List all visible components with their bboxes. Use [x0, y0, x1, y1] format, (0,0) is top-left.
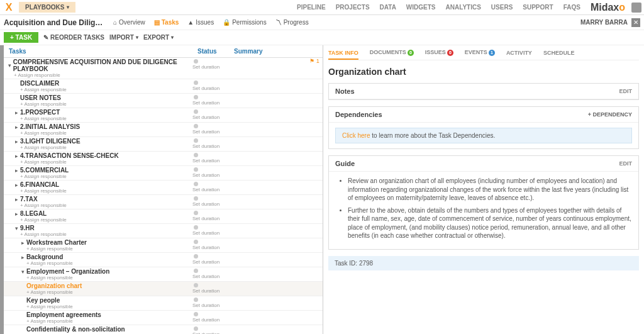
- status-cell[interactable]: Set duration: [192, 195, 229, 207]
- export-dropdown[interactable]: EXPORT▾: [143, 34, 174, 41]
- task-row[interactable]: ▸4.TRANSACTION SENSE-CHECK+ Assign respo…: [4, 152, 323, 166]
- task-row[interactable]: ▾9.HR+ Assign responsibleSet duration: [4, 224, 323, 238]
- assign-responsible-link[interactable]: + Assign responsible: [20, 116, 192, 121]
- duration-text[interactable]: Set duration: [192, 303, 219, 308]
- status-cell[interactable]: Set duration: [192, 166, 229, 178]
- assign-responsible-link[interactable]: + Assign responsible: [20, 87, 192, 92]
- task-row[interactable]: ▸Key people+ Assign responsibleSet durat…: [4, 296, 323, 311]
- status-cell[interactable]: Set duration: [192, 238, 229, 250]
- reorder-tasks-button[interactable]: ✎REORDER TASKS: [43, 34, 104, 41]
- task-row[interactable]: ▸Employment agreements+ Assign responsib…: [4, 311, 323, 325]
- assign-responsible-link[interactable]: + Assign responsible: [26, 289, 192, 295]
- task-title[interactable]: Confidentiality & non-solicitation: [26, 326, 125, 333]
- task-row[interactable]: ▸8.LEGAL+ Assign responsibleSet duration: [4, 209, 323, 224]
- task-title[interactable]: 1.PROSPECT: [20, 109, 60, 116]
- status-cell[interactable]: Set duration: [192, 58, 229, 70]
- duration-text[interactable]: Set duration: [192, 317, 219, 323]
- task-title[interactable]: 9.HR: [20, 225, 35, 231]
- duration-text[interactable]: Set duration: [192, 129, 219, 135]
- task-row[interactable]: ▸3.LIGHT DILIGENCE+ Assign responsibleSe…: [4, 137, 323, 152]
- task-title[interactable]: Employment agreements: [26, 311, 101, 318]
- status-cell[interactable]: Set duration: [192, 137, 229, 149]
- detail-tab-events[interactable]: EVENTS1: [465, 49, 495, 56]
- duration-text[interactable]: Set duration: [192, 172, 219, 178]
- assign-responsible-link[interactable]: + Assign responsible: [26, 246, 192, 252]
- tab-progress[interactable]: 〽Progress: [275, 19, 309, 26]
- duration-text[interactable]: Set duration: [192, 86, 219, 91]
- task-title[interactable]: Background: [26, 253, 63, 260]
- duration-text[interactable]: Set duration: [192, 274, 219, 279]
- task-title[interactable]: 4.TRANSACTION SENSE-CHECK: [20, 152, 119, 159]
- detail-tab-task-info[interactable]: TASK INFO: [328, 50, 358, 56]
- logo-icon[interactable]: X: [3, 1, 15, 14]
- task-row[interactable]: ▸7.TAX+ Assign responsibleSet duration: [4, 195, 323, 209]
- task-title[interactable]: COMPREHENSIVE ACQUISITION AND DUE DILIGE…: [13, 58, 192, 72]
- col-header-tasks[interactable]: Tasks: [9, 48, 197, 55]
- expand-caret-icon[interactable]: ▸: [13, 196, 20, 203]
- task-title[interactable]: Workstream Charter: [26, 239, 87, 246]
- detail-tab-documents[interactable]: DOCUMENTS0: [370, 49, 414, 56]
- status-cell[interactable]: Set duration: [192, 282, 229, 294]
- assign-responsible-link[interactable]: + Assign responsible: [20, 231, 192, 237]
- duration-text[interactable]: Set duration: [192, 288, 219, 294]
- tab-issues[interactable]: ▲Issues: [187, 19, 214, 26]
- expand-caret-icon[interactable]: ▸: [13, 138, 20, 145]
- expand-caret-icon[interactable]: ▾: [6, 62, 13, 69]
- task-row[interactable]: ▸Workstream Charter+ Assign responsibleS…: [4, 238, 323, 253]
- task-title[interactable]: 7.TAX: [20, 196, 38, 203]
- assign-responsible-link[interactable]: + Assign responsible: [20, 145, 192, 150]
- status-cell[interactable]: Set duration: [192, 209, 229, 221]
- status-cell[interactable]: Set duration: [192, 311, 229, 323]
- task-row[interactable]: ▸1.PROSPECT+ Assign responsibleSet durat…: [4, 108, 323, 123]
- task-row[interactable]: ▸Background+ Assign responsibleSet durat…: [4, 253, 323, 267]
- expand-caret-icon[interactable]: ▸: [19, 240, 26, 246]
- task-title[interactable]: 5.COMMERCIAL: [20, 167, 69, 174]
- status-cell[interactable]: Set duration: [192, 181, 229, 192]
- status-cell[interactable]: Set duration: [192, 296, 229, 308]
- col-header-summary[interactable]: Summary: [234, 48, 323, 55]
- nav-pipeline[interactable]: PIPELINE: [297, 4, 326, 11]
- task-row[interactable]: ▸Organization chart+ Assign responsibleS…: [4, 282, 323, 296]
- nav-projects[interactable]: PROJECTS: [336, 4, 370, 11]
- task-row[interactable]: ▸Confidentiality & non-solicitation+ Ass…: [4, 325, 323, 334]
- nav-users[interactable]: USERS: [491, 4, 513, 11]
- detail-tab-issues[interactable]: ISSUES0: [425, 49, 453, 56]
- duration-text[interactable]: Set duration: [192, 64, 219, 70]
- nav-support[interactable]: SUPPORT: [523, 4, 553, 11]
- duration-text[interactable]: Set duration: [192, 331, 219, 334]
- expand-caret-icon[interactable]: ▸: [13, 153, 20, 159]
- expand-caret-icon[interactable]: ▸: [19, 254, 26, 260]
- nav-data[interactable]: DATA: [380, 4, 396, 11]
- assign-responsible-link[interactable]: + Assign responsible: [20, 159, 192, 165]
- status-cell[interactable]: Set duration: [192, 152, 229, 164]
- status-cell[interactable]: Set duration: [192, 224, 229, 236]
- expand-caret-icon[interactable]: ▸: [13, 211, 20, 217]
- status-cell[interactable]: Set duration: [192, 253, 229, 265]
- task-title[interactable]: 6.FINANCIAL: [20, 181, 59, 188]
- duration-text[interactable]: Set duration: [192, 158, 219, 164]
- task-title[interactable]: 3.LIGHT DILIGENCE: [20, 138, 80, 145]
- expand-caret-icon[interactable]: ▾: [19, 269, 26, 275]
- status-cell[interactable]: Set duration: [192, 94, 229, 106]
- task-row[interactable]: ▸DISCLAIMER+ Assign responsibleSet durat…: [4, 79, 323, 94]
- assign-responsible-link[interactable]: + Assign responsible: [20, 130, 192, 136]
- expand-caret-icon[interactable]: ▸: [13, 182, 20, 188]
- duration-text[interactable]: Set duration: [192, 216, 219, 221]
- playbooks-dropdown[interactable]: PLAYBOOKS ▾: [19, 2, 75, 13]
- duration-text[interactable]: Set duration: [192, 201, 219, 207]
- task-row[interactable]: ▸5.COMMERCIAL+ Assign responsibleSet dur…: [4, 166, 323, 181]
- task-title[interactable]: USER NOTES: [20, 94, 61, 101]
- duration-text[interactable]: Set duration: [192, 187, 219, 192]
- task-title[interactable]: Key people: [26, 297, 60, 304]
- task-title[interactable]: Employment – Organization: [26, 268, 109, 275]
- task-row[interactable]: ▸2.INITIAL ANALYSIS+ Assign responsibleS…: [4, 123, 323, 137]
- expand-caret-icon[interactable]: ▸: [13, 124, 20, 130]
- status-cell[interactable]: Set duration: [192, 108, 229, 120]
- task-title[interactable]: Organization chart: [26, 282, 82, 289]
- edit-notes-button[interactable]: EDIT: [619, 88, 632, 94]
- assign-responsible-link[interactable]: + Assign responsible: [26, 260, 192, 266]
- duration-text[interactable]: Set duration: [192, 114, 219, 120]
- dependencies-learn-more-link[interactable]: Click here: [342, 132, 370, 139]
- assign-responsible-link[interactable]: + Assign responsible: [26, 318, 192, 324]
- edit-guide-button[interactable]: EDIT: [619, 160, 632, 167]
